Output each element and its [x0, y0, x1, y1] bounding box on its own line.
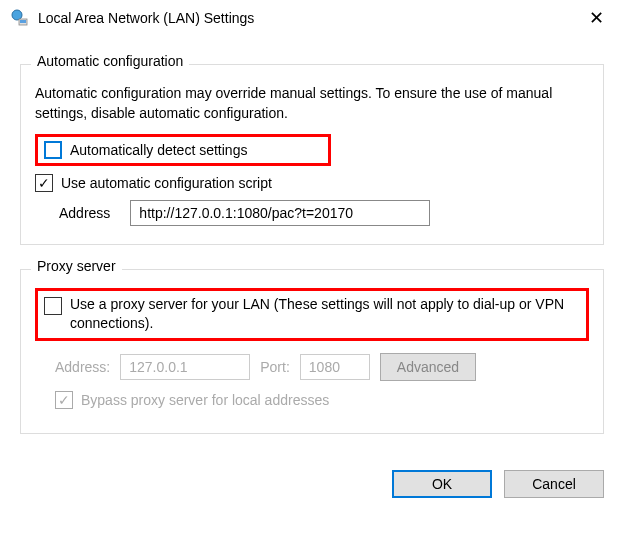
auto-detect-label: Automatically detect settings: [70, 142, 247, 158]
auto-config-legend: Automatic configuration: [31, 53, 189, 69]
use-proxy-checkbox[interactable]: [44, 297, 62, 315]
proxy-address-input[interactable]: [120, 354, 250, 380]
bypass-row: Bypass proxy server for local addresses: [55, 391, 589, 409]
use-script-label: Use automatic configuration script: [61, 175, 272, 191]
auto-detect-row: Automatically detect settings: [35, 134, 331, 166]
proxy-port-label: Port:: [260, 359, 290, 375]
auto-detect-checkbox[interactable]: [44, 141, 62, 159]
advanced-button[interactable]: Advanced: [380, 353, 476, 381]
auto-config-group: Automatic configuration Automatic config…: [20, 64, 604, 245]
cancel-button[interactable]: Cancel: [504, 470, 604, 498]
titlebar: Local Area Network (LAN) Settings ✕: [0, 0, 624, 36]
proxy-address-label: Address:: [55, 359, 110, 375]
svg-rect-2: [20, 20, 26, 23]
use-proxy-row: Use a proxy server for your LAN (These s…: [35, 288, 589, 341]
auto-config-description: Automatic configuration may override man…: [35, 83, 589, 124]
bypass-checkbox[interactable]: [55, 391, 73, 409]
script-address-label: Address: [59, 205, 110, 221]
proxy-group: Proxy server Use a proxy server for your…: [20, 269, 604, 434]
window-title: Local Area Network (LAN) Settings: [38, 10, 579, 26]
proxy-address-row: Address: Port: Advanced: [55, 353, 589, 381]
script-address-row: Address: [59, 200, 589, 226]
dialog-footer: OK Cancel: [0, 458, 624, 516]
script-address-input[interactable]: [130, 200, 430, 226]
bypass-label: Bypass proxy server for local addresses: [81, 392, 329, 408]
use-script-checkbox[interactable]: [35, 174, 53, 192]
ok-button[interactable]: OK: [392, 470, 492, 498]
dialog-content: Automatic configuration Automatic config…: [0, 36, 624, 434]
svg-point-0: [12, 10, 22, 20]
proxy-port-input[interactable]: [300, 354, 370, 380]
use-proxy-label: Use a proxy server for your LAN (These s…: [70, 295, 580, 334]
use-script-row: Use automatic configuration script: [35, 174, 589, 192]
close-icon[interactable]: ✕: [579, 7, 614, 29]
app-icon: [10, 8, 30, 28]
proxy-legend: Proxy server: [31, 258, 122, 274]
